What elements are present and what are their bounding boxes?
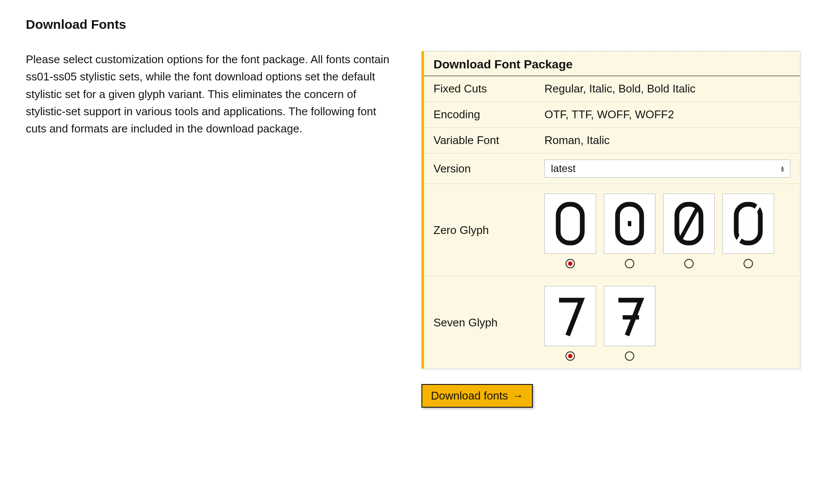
row-seven-glyph: Seven Glyph: [424, 277, 800, 369]
zero-glyph-option-4[interactable]: [722, 194, 774, 268]
panel-title: Download Font Package: [424, 52, 800, 76]
seven-glyph-radio-1[interactable]: [566, 351, 575, 361]
zero-glyph-radio-4[interactable]: [744, 259, 753, 268]
svg-rect-2: [628, 221, 631, 226]
select-caret-icon: ▴▾: [781, 165, 784, 172]
download-button-label: Download fonts: [431, 389, 508, 403]
version-select[interactable]: latest ▴▾: [544, 160, 790, 178]
zero-glyph-dotted-icon: [604, 194, 655, 254]
label-zero-glyph: Zero Glyph: [424, 218, 540, 243]
svg-line-4: [680, 208, 698, 240]
label-fixed-cuts: Fixed Cuts: [424, 76, 540, 101]
zero-glyph-radio-3[interactable]: [684, 259, 694, 268]
seven-glyph-plain-icon: [544, 286, 596, 346]
row-fixed-cuts: Fixed Cuts Regular, Italic, Bold, Bold I…: [424, 76, 800, 102]
value-encoding: OTF, TTF, WOFF, WOFF2: [540, 102, 800, 127]
value-fixed-cuts: Regular, Italic, Bold, Bold Italic: [540, 76, 800, 101]
label-seven-glyph: Seven Glyph: [424, 310, 540, 335]
download-panel: Download Font Package Fixed Cuts Regular…: [421, 51, 800, 369]
seven-glyph-crossed-icon: [604, 286, 655, 346]
row-variable-font: Variable Font Roman, Italic: [424, 128, 800, 154]
label-version: Version: [424, 156, 540, 181]
row-version: Version latest ▴▾: [424, 154, 800, 184]
zero-glyph-option-1[interactable]: [544, 194, 596, 268]
arrow-right-icon: →: [512, 389, 523, 403]
value-variable-font: Roman, Italic: [540, 128, 800, 153]
seven-glyph-option-2[interactable]: [604, 286, 655, 361]
seven-glyph-option-1[interactable]: [544, 286, 596, 361]
main-content: Please select customization options for …: [26, 51, 810, 408]
seven-glyph-options: [544, 286, 790, 361]
zero-glyph-option-3[interactable]: [663, 194, 715, 268]
row-encoding: Encoding OTF, TTF, WOFF, WOFF2: [424, 102, 800, 128]
svg-rect-0: [558, 204, 582, 243]
version-selected-value: latest: [551, 163, 575, 175]
zero-glyph-option-2[interactable]: [604, 194, 655, 268]
zero-glyph-cut-slash-icon: [722, 194, 774, 254]
download-fonts-button[interactable]: Download fonts →: [421, 384, 533, 408]
intro-text: Please select customization options for …: [26, 51, 396, 137]
zero-glyph-radio-1[interactable]: [566, 259, 575, 268]
zero-glyph-options: [544, 194, 790, 268]
zero-glyph-radio-2[interactable]: [625, 259, 634, 268]
right-column: Download Font Package Fixed Cuts Regular…: [421, 51, 800, 408]
label-encoding: Encoding: [424, 102, 540, 127]
svg-line-7: [737, 204, 759, 243]
zero-glyph-slashed-icon: [663, 194, 715, 254]
page-title: Download Fonts: [26, 17, 810, 32]
zero-glyph-plain-icon: [544, 194, 596, 254]
left-column: Please select customization options for …: [26, 51, 396, 137]
row-zero-glyph: Zero Glyph: [424, 184, 800, 277]
label-variable-font: Variable Font: [424, 128, 540, 153]
seven-glyph-radio-2[interactable]: [625, 351, 634, 361]
